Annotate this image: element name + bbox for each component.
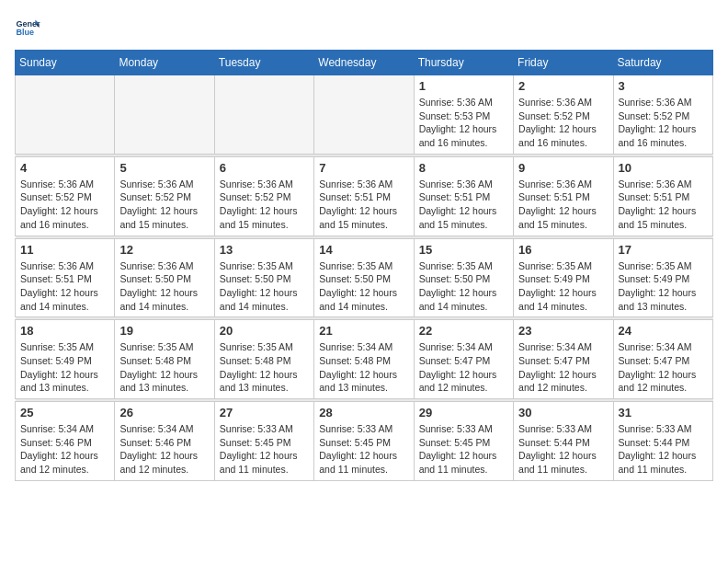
day-info: Sunrise: 5:35 AMSunset: 5:49 PMDaylight:…	[20, 340, 109, 395]
day-number: 17	[619, 243, 708, 257]
svg-text:Blue: Blue	[16, 28, 34, 37]
day-number: 12	[119, 243, 209, 257]
calendar-cell: 11Sunrise: 5:36 AMSunset: 5:51 PMDayligh…	[16, 238, 115, 317]
calendar-cell	[314, 75, 414, 155]
calendar-cell: 19Sunrise: 5:35 AMSunset: 5:48 PMDayligh…	[115, 320, 214, 399]
day-number: 8	[419, 161, 508, 175]
calendar-cell: 13Sunrise: 5:35 AMSunset: 5:50 PMDayligh…	[214, 238, 313, 317]
calendar-week-row: 11Sunrise: 5:36 AMSunset: 5:51 PMDayligh…	[16, 238, 713, 317]
day-info: Sunrise: 5:36 AMSunset: 5:53 PMDaylight:…	[419, 96, 508, 150]
day-info: Sunrise: 5:36 AMSunset: 5:50 PMDaylight:…	[119, 259, 209, 314]
day-info: Sunrise: 5:34 AMSunset: 5:47 PMDaylight:…	[419, 340, 508, 395]
day-number: 24	[619, 324, 708, 338]
day-number: 3	[619, 79, 708, 93]
calendar-week-row: 1Sunrise: 5:36 AMSunset: 5:53 PMDaylight…	[16, 75, 713, 155]
calendar-cell: 26Sunrise: 5:34 AMSunset: 5:46 PMDayligh…	[115, 402, 214, 481]
day-info: Sunrise: 5:33 AMSunset: 5:45 PMDaylight:…	[419, 422, 508, 477]
calendar-cell: 27Sunrise: 5:33 AMSunset: 5:45 PMDayligh…	[214, 402, 313, 481]
weekday-header-row: SundayMondayTuesdayWednesdayThursdayFrid…	[16, 51, 713, 75]
calendar-week-row: 4Sunrise: 5:36 AMSunset: 5:52 PMDaylight…	[16, 156, 713, 236]
calendar-cell: 22Sunrise: 5:34 AMSunset: 5:47 PMDayligh…	[414, 320, 513, 399]
day-number: 9	[518, 161, 608, 175]
day-info: Sunrise: 5:33 AMSunset: 5:45 PMDaylight:…	[220, 422, 309, 477]
day-number: 20	[220, 324, 309, 338]
day-info: Sunrise: 5:36 AMSunset: 5:51 PMDaylight:…	[20, 259, 109, 314]
day-info: Sunrise: 5:35 AMSunset: 5:49 PMDaylight:…	[619, 259, 708, 314]
calendar-week-row: 18Sunrise: 5:35 AMSunset: 5:49 PMDayligh…	[16, 320, 713, 399]
day-info: Sunrise: 5:34 AMSunset: 5:46 PMDaylight:…	[20, 422, 109, 477]
weekday-header: Tuesday	[214, 51, 313, 75]
day-number: 1	[419, 79, 508, 93]
day-number: 2	[518, 79, 608, 93]
calendar-cell: 20Sunrise: 5:35 AMSunset: 5:48 PMDayligh…	[214, 320, 313, 399]
calendar-cell: 7Sunrise: 5:36 AMSunset: 5:51 PMDaylight…	[314, 156, 414, 236]
day-number: 26	[119, 406, 209, 419]
calendar-cell: 21Sunrise: 5:34 AMSunset: 5:48 PMDayligh…	[314, 320, 414, 399]
logo: General Blue	[15, 15, 44, 40]
day-number: 27	[220, 406, 309, 419]
day-info: Sunrise: 5:35 AMSunset: 5:50 PMDaylight:…	[419, 259, 508, 314]
weekday-header: Monday	[115, 51, 214, 75]
day-number: 28	[319, 406, 408, 419]
weekday-header: Wednesday	[314, 51, 414, 75]
day-info: Sunrise: 5:36 AMSunset: 5:51 PMDaylight:…	[319, 178, 408, 232]
calendar-cell: 28Sunrise: 5:33 AMSunset: 5:45 PMDayligh…	[314, 402, 414, 481]
day-info: Sunrise: 5:34 AMSunset: 5:47 PMDaylight:…	[518, 340, 608, 395]
calendar-cell	[214, 75, 313, 155]
day-number: 4	[20, 161, 109, 175]
calendar-cell: 18Sunrise: 5:35 AMSunset: 5:49 PMDayligh…	[16, 320, 115, 399]
day-number: 19	[119, 324, 209, 338]
day-info: Sunrise: 5:36 AMSunset: 5:51 PMDaylight:…	[619, 178, 708, 232]
calendar-cell	[115, 75, 214, 155]
calendar-week-row: 25Sunrise: 5:34 AMSunset: 5:46 PMDayligh…	[16, 402, 713, 481]
day-info: Sunrise: 5:35 AMSunset: 5:48 PMDaylight:…	[119, 340, 209, 395]
day-info: Sunrise: 5:35 AMSunset: 5:50 PMDaylight:…	[220, 259, 309, 314]
day-info: Sunrise: 5:35 AMSunset: 5:48 PMDaylight:…	[220, 340, 309, 395]
calendar-cell: 17Sunrise: 5:35 AMSunset: 5:49 PMDayligh…	[613, 238, 712, 317]
day-number: 10	[619, 161, 708, 175]
day-info: Sunrise: 5:34 AMSunset: 5:46 PMDaylight:…	[119, 422, 209, 477]
day-number: 29	[419, 406, 508, 419]
day-info: Sunrise: 5:36 AMSunset: 5:51 PMDaylight:…	[419, 178, 508, 232]
day-number: 6	[220, 161, 309, 175]
day-info: Sunrise: 5:35 AMSunset: 5:50 PMDaylight:…	[319, 259, 408, 314]
weekday-header: Sunday	[16, 51, 115, 75]
weekday-header: Saturday	[613, 51, 712, 75]
calendar-cell: 4Sunrise: 5:36 AMSunset: 5:52 PMDaylight…	[16, 156, 115, 236]
day-number: 23	[518, 324, 608, 338]
day-info: Sunrise: 5:35 AMSunset: 5:49 PMDaylight:…	[518, 259, 608, 314]
day-number: 7	[319, 161, 408, 175]
day-number: 11	[20, 243, 109, 257]
calendar-cell: 9Sunrise: 5:36 AMSunset: 5:51 PMDaylight…	[514, 156, 613, 236]
day-info: Sunrise: 5:33 AMSunset: 5:44 PMDaylight:…	[518, 422, 608, 477]
calendar-cell: 25Sunrise: 5:34 AMSunset: 5:46 PMDayligh…	[16, 402, 115, 481]
day-number: 30	[518, 406, 608, 419]
calendar-cell: 12Sunrise: 5:36 AMSunset: 5:50 PMDayligh…	[115, 238, 214, 317]
day-number: 18	[20, 324, 109, 338]
day-info: Sunrise: 5:36 AMSunset: 5:52 PMDaylight:…	[119, 178, 209, 232]
calendar-cell: 29Sunrise: 5:33 AMSunset: 5:45 PMDayligh…	[414, 402, 513, 481]
day-info: Sunrise: 5:36 AMSunset: 5:52 PMDaylight:…	[20, 178, 109, 232]
day-info: Sunrise: 5:36 AMSunset: 5:52 PMDaylight:…	[619, 96, 708, 150]
calendar-cell: 14Sunrise: 5:35 AMSunset: 5:50 PMDayligh…	[314, 238, 414, 317]
calendar-cell	[16, 75, 115, 155]
calendar-cell: 8Sunrise: 5:36 AMSunset: 5:51 PMDaylight…	[414, 156, 513, 236]
day-number: 31	[619, 406, 708, 419]
logo-icon: General Blue	[15, 15, 40, 40]
calendar-cell: 2Sunrise: 5:36 AMSunset: 5:52 PMDaylight…	[514, 75, 613, 155]
calendar-cell: 10Sunrise: 5:36 AMSunset: 5:51 PMDayligh…	[613, 156, 712, 236]
day-info: Sunrise: 5:36 AMSunset: 5:52 PMDaylight:…	[220, 178, 309, 232]
day-number: 16	[518, 243, 608, 257]
day-info: Sunrise: 5:36 AMSunset: 5:52 PMDaylight:…	[518, 96, 608, 150]
day-number: 21	[319, 324, 408, 338]
day-number: 14	[319, 243, 408, 257]
page-header: General Blue	[15, 15, 713, 40]
calendar-cell: 3Sunrise: 5:36 AMSunset: 5:52 PMDaylight…	[613, 75, 712, 155]
day-number: 25	[20, 406, 109, 419]
calendar-cell: 16Sunrise: 5:35 AMSunset: 5:49 PMDayligh…	[514, 238, 613, 317]
calendar-cell: 23Sunrise: 5:34 AMSunset: 5:47 PMDayligh…	[514, 320, 613, 399]
calendar-cell: 15Sunrise: 5:35 AMSunset: 5:50 PMDayligh…	[414, 238, 513, 317]
day-number: 13	[220, 243, 309, 257]
calendar-table: SundayMondayTuesdayWednesdayThursdayFrid…	[15, 50, 713, 481]
weekday-header: Friday	[514, 51, 613, 75]
